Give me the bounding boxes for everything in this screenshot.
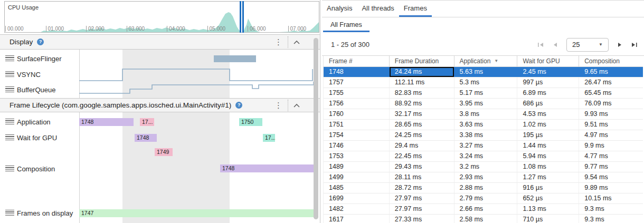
- table-row[interactable]: 161727.33 ms2.58 ms710 µs9.3 ms: [324, 215, 643, 223]
- cell[interactable]: 1.02 ms: [517, 120, 579, 130]
- frame-bar-application[interactable]: 1750: [239, 118, 262, 126]
- cell[interactable]: 4.97 ms: [579, 130, 643, 140]
- cell[interactable]: 9.51 ms: [579, 120, 643, 130]
- cell[interactable]: 9.3 ms: [579, 215, 643, 223]
- cell[interactable]: 2.79 ms: [454, 193, 518, 203]
- cell[interactable]: 5.17 ms: [454, 88, 518, 98]
- cell[interactable]: 27.33 ms: [390, 215, 454, 223]
- kebab-menu-icon[interactable]: ⋮: [274, 101, 282, 110]
- cell[interactable]: 2.58 ms: [454, 215, 518, 223]
- table-row[interactable]: 174629.4 ms3.27 ms1.44 ms9.9 ms: [324, 141, 643, 151]
- cell[interactable]: 29.4 ms: [390, 141, 454, 151]
- table-row[interactable]: 175322.45 ms3.24 ms5.94 ms4.77 ms: [324, 151, 643, 162]
- cell[interactable]: 5.94 ms: [517, 151, 579, 161]
- cell[interactable]: 24.24 ms: [390, 67, 454, 77]
- drag-handle-icon[interactable]: [5, 166, 14, 172]
- cell[interactable]: 3.2 ms: [454, 162, 518, 172]
- cell[interactable]: 29.43 ms: [390, 162, 454, 172]
- first-page-button[interactable]: [537, 42, 544, 48]
- table-row[interactable]: 176032.17 ms3.8 ms4.53 ms9.93 ms: [324, 109, 643, 120]
- cell[interactable]: 1757: [324, 77, 390, 88]
- cell[interactable]: 3.95 ms: [454, 99, 518, 109]
- drag-handle-icon[interactable]: [5, 210, 14, 216]
- cell[interactable]: 1754: [324, 130, 390, 140]
- cell[interactable]: 112.11 ms: [390, 77, 454, 88]
- frame-bar-frames-on-display[interactable]: 1747: [79, 209, 314, 217]
- cell[interactable]: 28.72 ms: [390, 183, 454, 193]
- frame-bar-application[interactable]: 1748: [79, 118, 134, 126]
- cell[interactable]: 4.77 ms: [579, 151, 643, 161]
- drag-handle-icon[interactable]: [5, 86, 14, 93]
- cell[interactable]: 3.63 ms: [454, 120, 518, 130]
- cpu-usage-chart[interactable]: CPU Usage 00.00001.00002.00003.00004.000…: [4, 1, 319, 33]
- table-row[interactable]: 174824.24 ms5.63 ms2.45 ms9.65 ms: [324, 67, 643, 77]
- table-row[interactable]: 169927.97 ms2.79 ms652 µs10.15 ms: [324, 193, 643, 204]
- cell[interactable]: 997 µs: [517, 77, 579, 88]
- cell[interactable]: 9.54 ms: [579, 172, 643, 182]
- cell[interactable]: 6.89 ms: [517, 88, 579, 98]
- cell[interactable]: 26.47 ms: [579, 77, 643, 88]
- cell[interactable]: 24.25 ms: [390, 130, 454, 140]
- selection-range-marker[interactable]: [240, 1, 241, 33]
- cell[interactable]: 1617: [324, 215, 390, 223]
- drag-handle-icon[interactable]: [5, 134, 14, 141]
- table-row[interactable]: 175582.83 ms5.17 ms6.89 ms65.45 ms: [324, 88, 643, 99]
- frame-bar-application[interactable]: 17...: [140, 118, 154, 126]
- cell[interactable]: 195 µs: [517, 130, 579, 140]
- cell[interactable]: 9.77 ms: [579, 162, 643, 172]
- cell[interactable]: 4.53 ms: [517, 109, 579, 119]
- column-header-frame-duration[interactable]: Frame Duration: [390, 56, 454, 66]
- cell[interactable]: 3.27 ms: [454, 141, 518, 151]
- cell[interactable]: 9.93 ms: [579, 109, 643, 119]
- cell[interactable]: 88.92 ms: [390, 99, 454, 109]
- cell[interactable]: 10.15 ms: [579, 193, 643, 203]
- cell[interactable]: 1746: [324, 141, 390, 151]
- cell[interactable]: 32.17 ms: [390, 109, 454, 119]
- cell[interactable]: 1748: [324, 67, 390, 77]
- last-page-button[interactable]: [631, 42, 638, 48]
- previous-page-button[interactable]: [553, 42, 558, 48]
- tab-frames[interactable]: Frames: [399, 1, 432, 17]
- drag-handle-icon[interactable]: [5, 119, 14, 125]
- help-icon[interactable]: ?: [37, 38, 44, 45]
- cell[interactable]: 1751: [324, 120, 390, 130]
- drag-handle-icon[interactable]: [5, 71, 14, 77]
- cell[interactable]: 9.3 ms: [579, 204, 643, 214]
- tab-analysis[interactable]: Analysis: [322, 1, 357, 17]
- cell[interactable]: 2.88 ms: [454, 183, 518, 193]
- table-row[interactable]: 175424.25 ms3.38 ms195 µs4.97 ms: [324, 130, 643, 141]
- frame-bar-wait-for-gpu[interactable]: 1749: [155, 148, 173, 156]
- cell[interactable]: 9.89 ms: [579, 183, 643, 193]
- cell[interactable]: 27.97 ms: [390, 193, 454, 203]
- cell[interactable]: 76.09 ms: [579, 99, 643, 109]
- panel-divider[interactable]: [320, 0, 320, 223]
- cell[interactable]: 1.13 ms: [517, 204, 579, 214]
- cell[interactable]: 686 µs: [517, 99, 579, 109]
- frame-bar-wait-for-gpu[interactable]: 17...: [263, 134, 275, 142]
- column-header-application[interactable]: Application▼: [454, 56, 518, 66]
- cell[interactable]: 65.45 ms: [579, 88, 643, 98]
- column-header-wait-for-gpu[interactable]: Wait for GPU: [517, 56, 579, 66]
- cell[interactable]: 1485: [324, 183, 390, 193]
- cell[interactable]: 916 µs: [517, 183, 579, 193]
- scrollbar-thumb[interactable]: [314, 38, 318, 219]
- column-header-frame[interactable]: Frame #: [324, 56, 390, 66]
- table-row[interactable]: 148528.72 ms2.88 ms916 µs9.89 ms: [324, 183, 643, 193]
- table-row[interactable]: 148929.43 ms3.2 ms1.08 ms9.77 ms: [324, 162, 643, 172]
- cell[interactable]: 9.9 ms: [579, 141, 643, 151]
- drag-handle-icon[interactable]: [5, 55, 14, 62]
- column-header-composition[interactable]: Composition: [579, 56, 643, 66]
- kebab-menu-icon[interactable]: ⋮: [274, 37, 282, 47]
- cell[interactable]: 2.45 ms: [517, 67, 579, 77]
- cell[interactable]: 652 µs: [517, 193, 579, 203]
- cell[interactable]: 22.45 ms: [390, 151, 454, 161]
- cell[interactable]: 1499: [324, 172, 390, 182]
- table-row[interactable]: 1757112.11 ms5.3 ms997 µs26.47 ms: [324, 77, 643, 88]
- next-page-button[interactable]: [617, 42, 622, 48]
- collapse-chevron-icon[interactable]: [293, 40, 300, 44]
- table-row[interactable]: 175128.65 ms3.63 ms1.02 ms9.51 ms: [324, 120, 643, 130]
- page-size-dropdown[interactable]: 25 ▼: [566, 38, 609, 52]
- table-row[interactable]: 175688.92 ms3.95 ms686 µs76.09 ms: [324, 99, 643, 109]
- cell[interactable]: 1753: [324, 151, 390, 161]
- help-icon[interactable]: ?: [235, 102, 242, 109]
